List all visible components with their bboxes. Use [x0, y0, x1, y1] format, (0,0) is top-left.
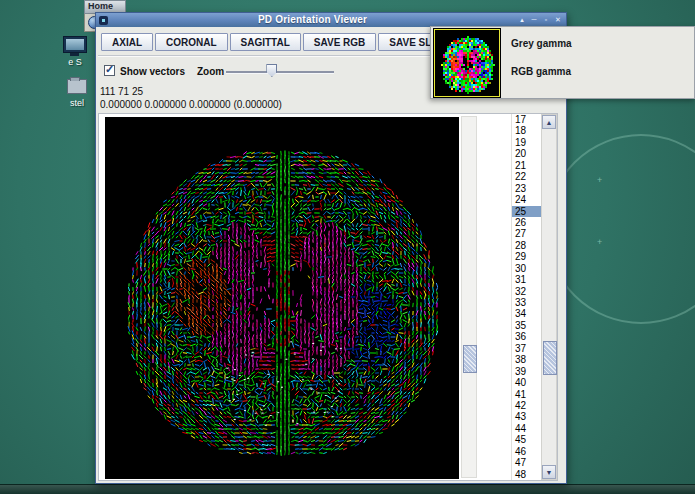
slice-row[interactable]: 22: [512, 171, 542, 182]
grey-gamma-label: Grey gamma: [511, 38, 572, 49]
slice-row[interactable]: 18: [512, 125, 542, 136]
gamma-window: Grey gamma RGB gamma: [430, 26, 695, 99]
slice-row[interactable]: 27: [512, 228, 542, 239]
slice-row[interactable]: 40: [512, 377, 542, 388]
shade-button[interactable]: ▴: [517, 15, 527, 25]
slice-row[interactable]: 19: [512, 137, 542, 148]
slice-row[interactable]: 25: [512, 206, 542, 217]
window-titlebar[interactable]: PD Orientation Viewer ▴─▫✕: [96, 13, 566, 27]
toolbar-button[interactable]: SAVE RGB: [303, 33, 377, 51]
slice-row[interactable]: 45: [512, 434, 542, 445]
zoom-slider-thumb[interactable]: [266, 64, 277, 77]
zoom-label: Zoom: [197, 66, 224, 77]
slice-row[interactable]: 29: [512, 251, 542, 262]
slice-row[interactable]: 20: [512, 148, 542, 159]
toolbar-button[interactable]: CORONAL: [155, 33, 228, 51]
desktop: ++ Home e S stel PD Orientation Viewer ▴…: [0, 0, 695, 494]
scroll-down-icon[interactable]: ▼: [542, 465, 556, 479]
slice-row[interactable]: 24: [512, 194, 542, 205]
desktop-icon-label: stel: [58, 98, 96, 108]
slice-list: 1718192021222324252627282930313233343536…: [511, 114, 542, 480]
slice-row[interactable]: 36: [512, 331, 542, 342]
desktop-icon-label: e S: [56, 57, 94, 67]
taskbar: [0, 484, 695, 494]
slice-row[interactable]: 35: [512, 320, 542, 331]
canvas-vertical-scrollbar[interactable]: [461, 116, 477, 478]
show-vectors-label: Show vectors: [120, 66, 185, 77]
slice-row[interactable]: 42: [512, 400, 542, 411]
desktop-icon-box[interactable]: stel: [58, 76, 96, 108]
slice-row[interactable]: 47: [512, 457, 542, 468]
orientation-vector-canvas[interactable]: [105, 117, 459, 479]
viewer-content: 1718192021222324252627282930313233343536…: [98, 113, 558, 481]
rgb-gamma-label: RGB gamma: [511, 66, 571, 77]
window-controls: ▴─▫✕: [517, 15, 563, 25]
slice-row[interactable]: 28: [512, 240, 542, 251]
slice-row[interactable]: 44: [512, 423, 542, 434]
toolbar-button[interactable]: SAGITTAL: [230, 33, 301, 51]
slice-row[interactable]: 30: [512, 263, 542, 274]
slice-row[interactable]: 46: [512, 446, 542, 457]
toolbar-button[interactable]: AXIAL: [101, 33, 153, 51]
close-button[interactable]: ✕: [553, 15, 563, 25]
list-scrollbar-thumb[interactable]: [543, 341, 557, 375]
app-icon: [99, 16, 108, 25]
slice-row[interactable]: 31: [512, 274, 542, 285]
toolbar: AXIALCORONALSAGITTALSAVE RGBSAVE SLICES: [101, 33, 466, 51]
zoom-slider[interactable]: [226, 63, 334, 79]
scroll-up-icon[interactable]: ▲: [542, 115, 556, 129]
slice-row[interactable]: 33: [512, 297, 542, 308]
slice-row[interactable]: 39: [512, 366, 542, 377]
slice-row[interactable]: 26: [512, 217, 542, 228]
slice-row[interactable]: 34: [512, 308, 542, 319]
monitor-icon: [63, 36, 87, 53]
slice-row[interactable]: 38: [512, 354, 542, 365]
canvas-scrollbar-thumb[interactable]: [463, 345, 477, 373]
show-vectors-checkbox[interactable]: ✓: [104, 65, 115, 76]
brain-rgb-thumbnail[interactable]: [433, 28, 501, 98]
slice-list-scrollbar[interactable]: ▲ ▼: [541, 114, 557, 480]
desktop-icon-computer[interactable]: e S: [56, 36, 94, 67]
window-title: PD Orientation Viewer: [108, 13, 517, 27]
voxel-values: 0.000000 0.000000 0.000000 (0.000000): [100, 99, 282, 110]
slice-row[interactable]: 17: [512, 114, 542, 125]
slice-row[interactable]: 37: [512, 343, 542, 354]
maximize-button[interactable]: ▫: [541, 15, 551, 25]
checkmark-icon: ✓: [105, 63, 114, 76]
slice-row[interactable]: 41: [512, 389, 542, 400]
zoom-slider-track[interactable]: [226, 71, 334, 74]
slice-row[interactable]: 21: [512, 160, 542, 171]
box-icon: [67, 79, 87, 94]
slice-row[interactable]: 23: [512, 183, 542, 194]
slice-row[interactable]: 48: [512, 469, 542, 480]
desktop-circle-ornament: [546, 134, 695, 324]
voxel-coordinates: 111 71 25: [100, 86, 143, 97]
plus-mark-icon: +: [597, 176, 602, 185]
slice-row[interactable]: 32: [512, 286, 542, 297]
plus-mark-icon: +: [597, 238, 602, 247]
minimize-button[interactable]: ─: [529, 15, 539, 25]
slice-row[interactable]: 43: [512, 411, 542, 422]
